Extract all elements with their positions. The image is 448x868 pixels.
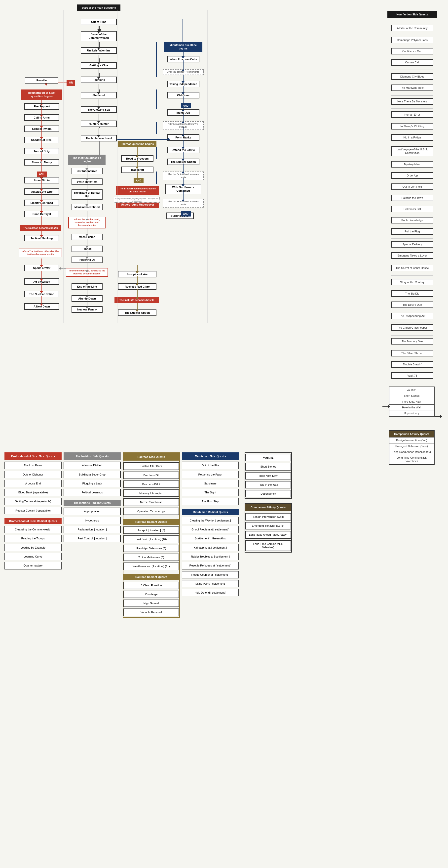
- vault-arrow: [388, 405, 390, 408]
- bos-arr5: [40, 148, 43, 150]
- inst-side-header: The Institute Side Quests: [64, 453, 121, 460]
- bos-line10: [41, 192, 42, 200]
- mm-line2: [183, 60, 183, 70]
- inst-plugging: Plugging a Leak: [64, 480, 121, 487]
- line5: [99, 99, 99, 107]
- bos-line7: [41, 163, 42, 172]
- arr4: [97, 77, 100, 79]
- railroad-bos-hostile: The Brotherhood becomes hostile via Mass…: [116, 186, 159, 195]
- mm-line10: [183, 163, 183, 172]
- rr-memory: Memory Interrupted: [124, 490, 179, 497]
- vault-dependency: Dependency: [389, 410, 434, 416]
- companion-cait: Benign Intervention (Cait): [389, 437, 434, 443]
- bos-line5: [41, 141, 42, 148]
- nf-mystery: Mystery Meat: [391, 161, 433, 167]
- inst-pest: Pest Control: [ location ]: [64, 535, 121, 542]
- sep4: [207, 10, 208, 323]
- nf-marowski: The Marowski Heist: [391, 85, 433, 91]
- arr1: [97, 32, 100, 34]
- companion-maccready: Long Road Ahead (MacCready): [389, 449, 434, 455]
- inst-line1: [87, 161, 88, 168]
- nf-cambridge: Cambridge Polymer Labs: [391, 37, 433, 43]
- nf-div6: [391, 322, 433, 322]
- bos-arr9: [40, 200, 43, 202]
- mol-inst-h: [99, 141, 121, 141]
- quest-reveille: Reveille: [25, 77, 58, 84]
- vault81-box: Vault 81 Short Stories Here Kitty, Kitty…: [245, 453, 292, 499]
- bos-radiant-header: Brotherhood of Steel Radiant Quests: [4, 518, 62, 524]
- mm-returning: Returning the Favor: [182, 471, 239, 478]
- line4: [99, 84, 99, 92]
- mol-mm-blue-h: [117, 139, 168, 140]
- complete-label: Complete Powering Up to progress Undergr…: [114, 197, 160, 203]
- vault-arr-out2: [440, 415, 442, 418]
- nf-pull-plug: Pull the Plug: [391, 228, 433, 235]
- bos-line2: [41, 107, 42, 115]
- bos-arr1: [40, 104, 43, 106]
- arr6: [97, 107, 100, 109]
- bos-arr12: [40, 236, 43, 237]
- inst-line7: [87, 239, 88, 246]
- mm-arr12: [181, 199, 184, 202]
- inst-line12: [87, 300, 88, 307]
- mm-line5: [183, 96, 183, 103]
- nf-div1: [391, 70, 433, 70]
- bos-line4: [41, 129, 42, 137]
- rr-arr5: [136, 284, 139, 286]
- nf-story: Story of the Century: [391, 279, 433, 285]
- bos-side-col: Brotherhood of Steel Side Quests The Los…: [4, 453, 62, 570]
- arr8: [97, 135, 100, 137]
- nf-big-dig: The Big Dig: [391, 290, 433, 297]
- mm-top-v: [182, 19, 183, 42]
- mm-sight: The Sight: [182, 489, 239, 496]
- bos-inform-note: Inform The Institute, otherwise The Inst…: [19, 249, 62, 257]
- nf-pickmans: Pickman's Gift: [391, 206, 433, 212]
- mm-line4: [183, 86, 183, 92]
- inst-reclamation: Reclamation: [ location ]: [64, 526, 121, 533]
- mm-line9: [183, 152, 183, 159]
- inst-line2: [87, 172, 88, 179]
- rr-operation: Operation Ticonderoga: [124, 507, 179, 515]
- mm-clearing: Clearing the Way for [ settlement ]: [182, 517, 239, 524]
- inst-line10: [87, 279, 88, 284]
- vault-short: Short Stories: [389, 393, 434, 399]
- mm-line3: [183, 75, 183, 81]
- inst-arr4: [85, 204, 89, 206]
- bos-line16: [41, 283, 42, 291]
- rr-line5: [137, 276, 138, 284]
- rr-side-col: Railroad Side Quests Boston After Dark B…: [123, 453, 180, 618]
- vault81-dep: Dependency: [245, 490, 291, 497]
- line2: [99, 55, 99, 63]
- vault-arr-out: [435, 416, 441, 417]
- mm-side-col: Minutemen Side Quests Out of the Fire Re…: [182, 453, 239, 597]
- rr-clean: A Clean Equation: [124, 582, 179, 589]
- bos-arr8: [40, 189, 43, 191]
- rr-line7: [137, 303, 138, 310]
- nf-vault75: Vault 75: [391, 372, 433, 379]
- bos-arr14: [40, 279, 43, 281]
- rr-radiant-header: Railroad Radiant Quests: [124, 519, 179, 525]
- nf-trouble: Trouble Brewin': [391, 361, 433, 368]
- inst-line11: [87, 288, 88, 296]
- nf-silver: The Silver Shroud: [391, 350, 433, 356]
- nf-uss: Last Voyage of the U.S.S. Constitution: [391, 146, 433, 156]
- bos-line3: [41, 118, 42, 126]
- or-label: OR: [67, 80, 75, 86]
- rr-line2: [137, 160, 138, 167]
- bos-arr6: [40, 160, 43, 161]
- bos-leading: Leading by Example: [4, 544, 62, 551]
- mm-arr2: [181, 70, 184, 71]
- mm-line12: [183, 190, 183, 199]
- nf-monsters: Here There Be Monsters: [391, 98, 433, 105]
- mm-sanctuary: Sanctuary: [182, 480, 239, 487]
- mm-arr9: [181, 159, 184, 161]
- line6: [99, 114, 99, 121]
- nf-kid-fridge: Kid in a Fridge: [391, 134, 433, 141]
- bos-arr10: [40, 211, 43, 213]
- mm-arr8: [181, 147, 184, 149]
- nf-pillar: A Pillar of the Community: [391, 25, 433, 31]
- inst-arr8: [85, 257, 89, 259]
- inst-arr10: [85, 284, 89, 286]
- sep3: [162, 10, 162, 323]
- line1: [99, 40, 99, 48]
